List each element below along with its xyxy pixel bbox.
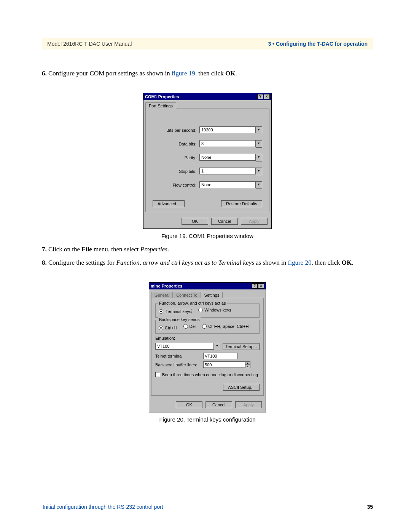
flow-control-dropdown[interactable]: ▼: [199, 181, 262, 189]
chsch-radio[interactable]: Ctrl+H, Space, Ctrl+H: [202, 324, 249, 329]
spinner-arrows[interactable]: ▲▼: [245, 361, 250, 368]
step-8-number: 8.: [42, 259, 47, 266]
radio-icon: [183, 324, 188, 329]
stop-bits-row: Stop bits: ▼: [153, 168, 262, 175]
terminal-keys-label: Terminal keys: [165, 309, 192, 314]
keys-act-as-title: Function, arrow, and ctrl keys act as: [158, 301, 227, 305]
step-8-text-a: Configure the settings for: [48, 259, 116, 266]
apply-button[interactable]: Apply: [235, 401, 262, 408]
backscroll-row: Backscroll buffer lines: ▲▼: [155, 361, 260, 368]
step-7-text-b: menu, then select: [92, 246, 140, 253]
terminal-setup-button[interactable]: Terminal Setup...: [223, 343, 260, 350]
page-footer: Initial configuration through the RS-232…: [43, 504, 373, 510]
backspace-title: Backspace key sends: [158, 317, 201, 322]
step-6-text-c: .: [236, 70, 237, 77]
close-button[interactable]: ×: [264, 94, 270, 99]
telnet-input[interactable]: [203, 353, 237, 359]
radio-icon: [202, 324, 207, 329]
radio-icon: [198, 308, 203, 312]
windows-keys-label: Windows keys: [204, 308, 231, 312]
step-8-ital-text: Function, arrow and ctrl keys act as to …: [116, 259, 254, 266]
emulation-dropdown[interactable]: ▼: [155, 343, 220, 350]
del-radio[interactable]: Del: [183, 324, 196, 329]
ctrlh-label: Ctrl+H: [165, 326, 177, 330]
chevron-down-icon[interactable]: ▼: [256, 181, 262, 189]
stop-bits-dropdown[interactable]: ▼: [199, 168, 262, 175]
emulation-label: Emulation:: [155, 336, 260, 340]
cancel-button[interactable]: Cancel: [211, 218, 238, 225]
chevron-down-icon[interactable]: ▼: [256, 154, 262, 161]
chevron-down-icon[interactable]: ▼: [214, 343, 220, 350]
ascii-setup-button[interactable]: ASCII Setup...: [223, 384, 260, 391]
parity-dropdown[interactable]: ▼: [199, 154, 262, 161]
general-tab[interactable]: General: [151, 292, 173, 298]
ok-button[interactable]: OK: [176, 401, 202, 408]
beep-checkbox[interactable]: Beep three times when connecting or disc…: [155, 372, 258, 377]
chapter-title: 3 • Configuring the T-DAC for operation: [268, 41, 368, 47]
step-6-text-a: Configure your COM port settings as show…: [48, 70, 172, 77]
telnet-row: Telnet terminal: [155, 353, 260, 359]
step-7-properties-text: Properties: [140, 246, 167, 253]
step-7-text-a: Click on the: [48, 246, 81, 253]
beep-label: Beep three times when connecting or disc…: [162, 372, 258, 377]
chevron-down-icon[interactable]: ▼: [256, 126, 262, 134]
figure-20: mine Properties ?× GeneralConnect ToSett…: [42, 282, 373, 423]
data-bits-dropdown[interactable]: ▼: [199, 140, 262, 148]
close-button[interactable]: ×: [258, 283, 264, 289]
connect-to-tab[interactable]: Connect To: [173, 292, 201, 298]
advanced-button[interactable]: Advanced...: [153, 200, 185, 207]
step-7: 7. Click on the File menu, then select P…: [42, 244, 373, 254]
step-6-text-b: , then click: [195, 70, 225, 77]
help-button[interactable]: ?: [252, 283, 258, 289]
figure-19: COM1 Properties ?× Port Settings Bits pe…: [42, 93, 373, 239]
data-bits-label: Data bits:: [153, 142, 199, 146]
chevron-down-icon[interactable]: ▼: [256, 168, 262, 175]
keys-act-as-options: Terminal keys Windows keys: [159, 308, 256, 314]
data-bits-input[interactable]: [199, 140, 256, 147]
chsch-label: Ctrl+H, Space, Ctrl+H: [208, 324, 249, 329]
mine-properties-window: mine Properties ?× GeneralConnect ToSett…: [149, 282, 266, 412]
step-8-text-b: as shown in: [254, 259, 288, 266]
flow-control-input[interactable]: [199, 181, 256, 188]
keys-act-as-group: Function, arrow, and ctrl keys act as Te…: [155, 304, 260, 318]
chevron-up-icon[interactable]: ▲: [245, 361, 250, 365]
ok-button[interactable]: OK: [182, 218, 208, 225]
com1-title-buttons: ?×: [257, 94, 270, 99]
backscroll-spinner[interactable]: ▲▼: [203, 361, 250, 368]
step-8-text-c: , then click: [311, 259, 341, 266]
bits-per-second-input[interactable]: [199, 126, 256, 133]
step-7-number: 7.: [42, 246, 47, 253]
footer-section-title: Initial configuration through the RS-232…: [43, 504, 163, 510]
mine-tabs: GeneralConnect ToSettings: [151, 291, 264, 298]
checkbox-icon: [155, 372, 160, 377]
ctrlh-radio[interactable]: Ctrl+H: [159, 326, 177, 330]
cancel-button[interactable]: Cancel: [206, 401, 232, 408]
parity-row: Parity: ▼: [153, 154, 262, 161]
settings-tab[interactable]: Settings: [201, 292, 223, 298]
port-settings-tab[interactable]: Port Settings: [145, 102, 176, 109]
manual-title: Model 2616RC T-DAC User Manual: [47, 41, 132, 47]
help-button[interactable]: ?: [257, 94, 263, 99]
figure-19-link[interactable]: figure 19: [172, 70, 195, 77]
step-8-text-d: .: [352, 259, 353, 266]
backscroll-input[interactable]: [203, 361, 245, 368]
bits-per-second-dropdown[interactable]: ▼: [199, 126, 262, 134]
terminal-keys-radio[interactable]: Terminal keys: [159, 309, 192, 314]
emulation-input[interactable]: [155, 343, 214, 350]
windows-keys-radio[interactable]: Windows keys: [198, 308, 231, 312]
radio-icon: [159, 326, 163, 330]
restore-defaults-button[interactable]: Restore Defaults: [221, 200, 262, 207]
data-bits-row: Data bits: ▼: [153, 140, 262, 148]
step-7-text-c: .: [167, 246, 169, 253]
telnet-label: Telnet terminal: [155, 354, 201, 358]
figure-19-caption: Figure 19. COM1 Properties window: [161, 233, 253, 239]
page-number: 35: [367, 504, 373, 510]
emulation-row: ▼ Terminal Setup...: [155, 343, 260, 350]
figure-20-link[interactable]: figure 20: [288, 259, 312, 266]
apply-button[interactable]: Apply: [241, 218, 268, 225]
chevron-down-icon[interactable]: ▼: [245, 365, 250, 368]
stop-bits-input[interactable]: [199, 168, 256, 174]
parity-input[interactable]: [199, 154, 256, 161]
figure-20-caption: Figure 20. Terminal keys configuration: [159, 416, 255, 423]
chevron-down-icon[interactable]: ▼: [256, 140, 262, 148]
